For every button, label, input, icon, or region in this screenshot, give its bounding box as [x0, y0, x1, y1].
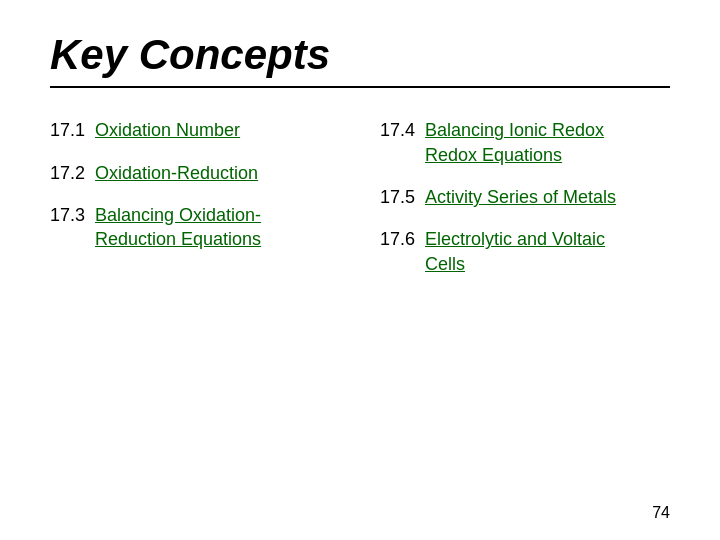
right-column: 17.4 Balancing Ionic RedoxRedox Equation… — [380, 118, 670, 275]
topic-17-3: 17.3 Balancing Oxidation-Reduction Equat… — [50, 203, 340, 252]
topic-label-17-4: Balancing Ionic RedoxRedox Equations — [425, 118, 604, 167]
title-section: Key Concepts — [50, 30, 670, 88]
topic-label-17-6: Electrolytic and VoltaicCells — [425, 227, 605, 276]
topic-label-17-5: Activity Series of Metals — [425, 185, 616, 209]
page-number: 74 — [652, 504, 670, 522]
topic-number-17-3: 17.3 — [50, 203, 95, 227]
topic-number-17-6: 17.6 — [380, 227, 425, 251]
topic-17-1: 17.1 Oxidation Number — [50, 118, 340, 142]
topic-label-17-1: Oxidation Number — [95, 118, 240, 142]
topic-label-17-2: Oxidation-Reduction — [95, 161, 258, 185]
topic-17-4: 17.4 Balancing Ionic RedoxRedox Equation… — [380, 118, 670, 167]
topic-17-5: 17.5 Activity Series of Metals — [380, 185, 670, 209]
page-title: Key Concepts — [50, 30, 670, 80]
title-divider — [50, 86, 670, 88]
topic-number-17-5: 17.5 — [380, 185, 425, 209]
topic-17-2: 17.2 Oxidation-Reduction — [50, 161, 340, 185]
topic-label-17-3: Balancing Oxidation-Reduction Equations — [95, 203, 261, 252]
topic-number-17-1: 17.1 — [50, 118, 95, 142]
page: Key Concepts 17.1 Oxidation Number 17.2 … — [0, 0, 720, 540]
topic-number-17-2: 17.2 — [50, 161, 95, 185]
content-grid: 17.1 Oxidation Number 17.2 Oxidation-Red… — [50, 118, 670, 275]
topic-number-17-4: 17.4 — [380, 118, 425, 142]
left-column: 17.1 Oxidation Number 17.2 Oxidation-Red… — [50, 118, 340, 275]
topic-17-6: 17.6 Electrolytic and VoltaicCells — [380, 227, 670, 276]
